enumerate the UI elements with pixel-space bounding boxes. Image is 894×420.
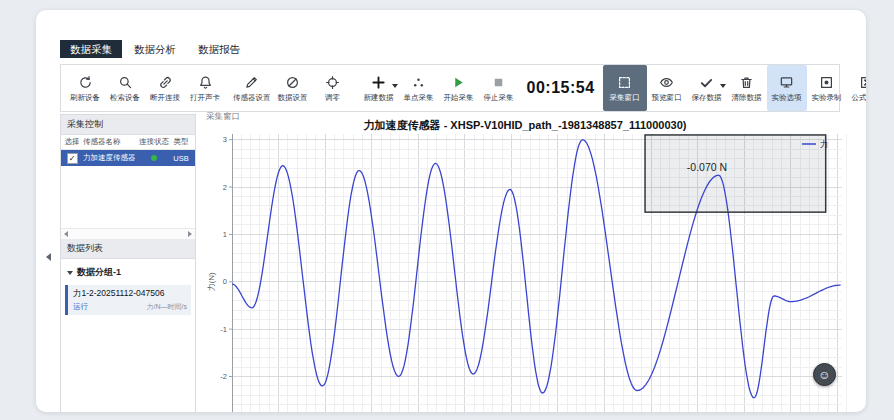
stop-acquisition-button[interactable]: 停止采集 xyxy=(479,71,519,106)
tab-data-report[interactable]: 数据报告 xyxy=(188,40,250,58)
save-data-button[interactable]: 保存数据 xyxy=(687,71,727,106)
y-tick-label: 3 xyxy=(223,135,227,144)
y-axis: 3210-1-2力(N) xyxy=(207,134,232,412)
search-device-label: 检索设备 xyxy=(110,93,140,103)
disconnect-link-icon xyxy=(158,74,173,91)
experiment-options-button[interactable]: 实验选项 xyxy=(767,65,807,111)
tab-data-acquisition[interactable]: 数据采集 xyxy=(60,40,122,58)
check-icon xyxy=(699,74,714,91)
scroll-left-arrow-icon[interactable] xyxy=(64,231,68,237)
slashed-circle-icon xyxy=(285,74,300,91)
preview-window-label: 预览窗口 xyxy=(652,93,682,103)
toolbar-group-settings: 传感器设置 数据设置 调零 xyxy=(231,71,353,106)
new-data-label: 新建数据 xyxy=(364,93,394,103)
y-tick-label: 2 xyxy=(223,183,227,192)
tab-data-analysis[interactable]: 数据分析 xyxy=(124,40,186,58)
new-data-button[interactable]: 新建数据 xyxy=(359,71,399,106)
experiment-record-button[interactable]: 实验录制 xyxy=(807,71,847,106)
zero-adjust-label: 调零 xyxy=(325,93,340,103)
collect-window-label: 采集窗口 xyxy=(610,93,640,103)
sensor-checkbox[interactable]: ✓ xyxy=(67,153,78,164)
measurement-annotation: -0.070 N xyxy=(687,161,727,173)
dropdown-caret-icon[interactable] xyxy=(720,84,726,88)
experiment-record-label: 实验录制 xyxy=(812,93,842,103)
column-type: 类型 xyxy=(169,137,193,147)
clear-data-button[interactable]: 清除数据 xyxy=(727,71,767,106)
column-select: 选择 xyxy=(61,137,83,147)
toolbar-group-device: 刷新设备 检索设备 断开连接 打开声卡 xyxy=(65,71,225,106)
legend-series-label: 力 xyxy=(820,139,829,149)
assistant-button[interactable]: ☺ xyxy=(813,363,836,386)
caret-down-icon xyxy=(67,271,73,275)
search-icon xyxy=(118,74,133,91)
data-settings-label: 数据设置 xyxy=(278,93,308,103)
y-tick-label: -2 xyxy=(220,372,227,381)
sensor-type: USB xyxy=(169,154,193,163)
collect-control-header: 采集控制 xyxy=(61,115,195,135)
start-acquisition-button[interactable]: 开始采集 xyxy=(439,71,479,106)
formula-square-icon xyxy=(859,74,866,91)
collect-window-button[interactable]: 采集窗口 xyxy=(603,65,647,111)
data-list-tree: 数据分组-1 力1-2-20251112-047506 运行 力/N—时间/s xyxy=(61,259,195,412)
column-connection-status: 连接状态 xyxy=(139,137,169,147)
data-group-node[interactable]: 数据分组-1 xyxy=(65,264,191,281)
disconnect-button[interactable]: 断开连接 xyxy=(145,71,185,106)
stop-acquisition-label: 停止采集 xyxy=(484,93,514,103)
formula-calc-label: 公式计算 xyxy=(852,93,866,103)
toolbar: 刷新设备 检索设备 断开连接 打开声卡 xyxy=(60,64,840,112)
data-list-header: 数据列表 xyxy=(61,239,195,259)
bell-icon xyxy=(198,74,213,91)
start-acquisition-label: 开始采集 xyxy=(444,93,474,103)
acquisition-timer: 00:15:54 xyxy=(527,79,595,97)
main-tabbar: 数据采集 数据分析 数据报告 xyxy=(60,40,250,58)
face-icon: ☺ xyxy=(818,368,830,382)
zero-adjust-button[interactable]: 调零 xyxy=(313,71,353,106)
save-data-label: 保存数据 xyxy=(692,93,722,103)
left-panel: 采集控制 选择 传感器名称 连接状态 类型 ✓ 力加速度传感器 USB 数据列表… xyxy=(60,114,196,412)
preview-window-button[interactable]: 预览窗口 xyxy=(647,71,687,106)
stop-icon xyxy=(491,74,506,91)
sensor-settings-label: 传感器设置 xyxy=(233,93,271,103)
crosshair-icon xyxy=(325,74,340,91)
chart-panel: 采集窗口 力加速度传感器 - XHSP-V10HID_path_-1981348… xyxy=(202,110,848,412)
experiment-options-label: 实验选项 xyxy=(772,93,802,103)
data-settings-button[interactable]: 数据设置 xyxy=(273,71,313,106)
refresh-device-label: 刷新设备 xyxy=(70,93,100,103)
disconnect-label: 断开连接 xyxy=(150,93,180,103)
dropdown-caret-icon[interactable] xyxy=(392,84,398,88)
play-icon xyxy=(451,74,466,91)
scroll-right-arrow-icon[interactable] xyxy=(188,231,192,237)
sensor-name: 力加速度传感器 xyxy=(83,153,139,163)
y-axis-label: 力(N) xyxy=(207,272,216,291)
open-sound-card-button[interactable]: 打开声卡 xyxy=(185,71,225,106)
collapse-left-panel-arrow[interactable] xyxy=(46,253,51,261)
refresh-icon xyxy=(78,74,93,91)
app-window: 数据采集 数据分析 数据报告 刷新设备 检索设备 断开连接 xyxy=(36,10,866,412)
sensor-table-row[interactable]: ✓ 力加速度传感器 USB xyxy=(61,150,195,166)
eye-icon xyxy=(659,74,674,91)
data-group-label: 数据分组-1 xyxy=(77,266,121,279)
record-square-icon xyxy=(819,74,834,91)
toolbar-group-experiment: 实验选项 实验录制 公式计算 xyxy=(767,65,866,111)
data-item-state: 运行 xyxy=(73,302,88,312)
data-list-item[interactable]: 力1-2-20251112-047506 运行 力/N—时间/s xyxy=(65,285,191,315)
y-tick-label: -1 xyxy=(220,325,227,334)
pencil-icon xyxy=(244,74,259,91)
search-device-button[interactable]: 检索设备 xyxy=(105,71,145,106)
sensor-table-header: 选择 传感器名称 连接状态 类型 xyxy=(61,135,195,150)
clear-data-label: 清除数据 xyxy=(732,93,762,103)
formula-calc-button[interactable]: 公式计算 xyxy=(847,71,866,106)
toolbar-group-acquire: 新建数据 单点采集 开始采集 停止采集 xyxy=(359,71,519,106)
sensor-table-hscrollbar[interactable] xyxy=(61,228,195,239)
toolbar-group-data: 采集窗口 预览窗口 保存数据 清除数据 xyxy=(603,65,767,111)
sensor-table-empty-area xyxy=(61,166,195,228)
y-tick-label: 0 xyxy=(223,277,227,286)
status-connected-dot-icon xyxy=(151,155,157,161)
open-sound-card-label: 打开声卡 xyxy=(190,93,220,103)
single-point-button[interactable]: 单点采集 xyxy=(399,71,439,106)
selection-box-fill xyxy=(645,135,826,212)
sensor-settings-button[interactable]: 传感器设置 xyxy=(231,71,273,106)
waveform-chart: 3210-1-2力(N)-0.070 N力 xyxy=(202,134,848,412)
refresh-device-button[interactable]: 刷新设备 xyxy=(65,71,105,106)
monitor-icon xyxy=(779,74,794,91)
